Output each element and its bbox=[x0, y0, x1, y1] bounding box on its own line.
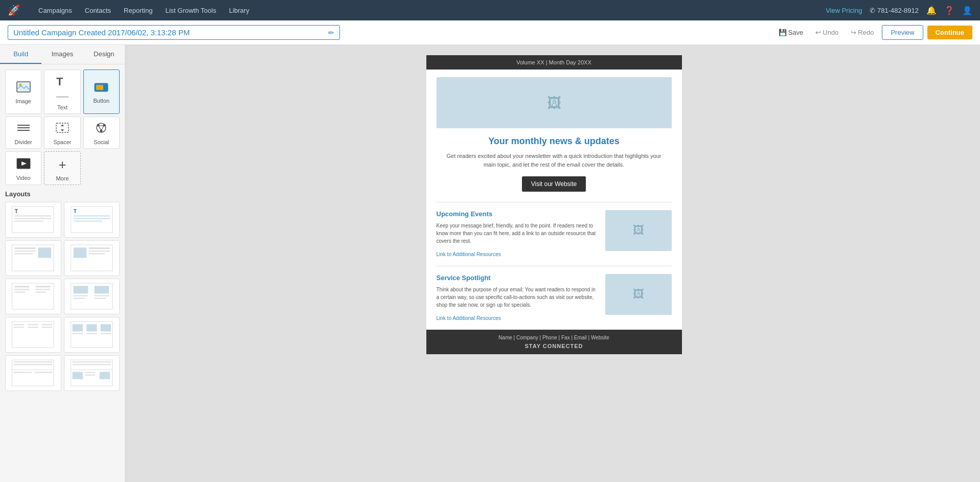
tab-images[interactable]: Images bbox=[41, 45, 83, 64]
email-section-1: Upcoming Events Keep your message brief,… bbox=[426, 202, 682, 266]
svg-rect-21 bbox=[15, 216, 51, 217]
hero-image-placeholder-icon: 🖼 bbox=[547, 95, 561, 111]
layout-item-8[interactable] bbox=[64, 317, 120, 353]
svg-rect-57 bbox=[28, 327, 38, 328]
svg-rect-31 bbox=[15, 251, 36, 252]
svg-rect-54 bbox=[14, 325, 24, 326]
left-panel: Build Images Design Image bbox=[0, 45, 125, 482]
email-footer-social: STAY CONNECTED bbox=[431, 343, 677, 349]
svg-rect-65 bbox=[101, 325, 111, 332]
undo-button[interactable]: ↩ Undo bbox=[811, 27, 842, 38]
divider-element-icon bbox=[16, 122, 31, 136]
email-section-2-link[interactable]: Link to Additional Resources bbox=[437, 315, 501, 321]
svg-rect-77 bbox=[73, 372, 83, 379]
svg-rect-22 bbox=[15, 218, 51, 219]
svg-rect-36 bbox=[89, 248, 110, 249]
svg-rect-64 bbox=[86, 333, 97, 334]
user-icon[interactable]: 👤 bbox=[962, 6, 972, 15]
nav-contacts[interactable]: Contacts bbox=[85, 7, 111, 14]
svg-rect-55 bbox=[14, 327, 24, 328]
svg-rect-27 bbox=[74, 218, 110, 219]
svg-rect-69 bbox=[14, 364, 52, 365]
element-spacer-label: Spacer bbox=[54, 139, 72, 145]
email-body: 🖼 Your monthly news & updates Get reader… bbox=[426, 70, 682, 330]
svg-rect-56 bbox=[28, 325, 38, 326]
element-text[interactable]: T━━━━ Text bbox=[44, 70, 80, 114]
email-section-2-title: Service Spotlight bbox=[437, 274, 598, 282]
preview-button[interactable]: Preview bbox=[882, 25, 923, 40]
nav-library[interactable]: Library bbox=[229, 7, 249, 14]
button-element-icon bbox=[94, 82, 108, 95]
svg-rect-26 bbox=[74, 216, 110, 217]
email-hero: 🖼 Your monthly news & updates Get reader… bbox=[426, 70, 682, 202]
help-icon[interactable]: ❓ bbox=[944, 6, 954, 15]
tab-build[interactable]: Build bbox=[0, 45, 41, 64]
panel-tabs: Build Images Design bbox=[0, 45, 125, 64]
element-social-label: Social bbox=[94, 139, 109, 145]
svg-rect-71 bbox=[14, 372, 32, 373]
redo-button[interactable]: ↪ Redo bbox=[847, 27, 878, 38]
element-divider-label: Divider bbox=[15, 139, 32, 145]
campaign-title-field[interactable]: Untitled Campaign Created 2017/06/02, 3:… bbox=[8, 25, 340, 40]
edit-title-icon[interactable]: ✏ bbox=[328, 29, 334, 37]
bell-icon[interactable]: 🔔 bbox=[926, 6, 937, 15]
email-section-1-body: Keep your message brief, friendly, and t… bbox=[437, 222, 598, 245]
svg-rect-49 bbox=[74, 298, 85, 299]
email-canvas: Volume XX | Month Day 20XX 🖼 Your monthl… bbox=[426, 55, 682, 354]
svg-rect-43 bbox=[36, 286, 51, 288]
email-section-2-text: Service Spotlight Think about the purpos… bbox=[437, 274, 598, 322]
svg-rect-23 bbox=[15, 221, 43, 222]
more-element-icon: + bbox=[58, 157, 66, 173]
nav-campaigns[interactable]: Campaigns bbox=[38, 7, 72, 14]
layout-item-10[interactable] bbox=[64, 355, 120, 391]
continue-button[interactable]: Continue bbox=[927, 26, 972, 39]
layout-item-5[interactable] bbox=[5, 279, 61, 314]
email-section-1-image: 🖼 bbox=[605, 210, 672, 251]
panel-content: Image T━━━━ Text Button bbox=[0, 64, 125, 482]
nav-list-growth[interactable]: List Growth Tools bbox=[165, 7, 216, 14]
svg-rect-48 bbox=[74, 295, 88, 296]
element-divider[interactable]: Divider bbox=[5, 117, 41, 149]
view-pricing-link[interactable]: View Pricing bbox=[826, 7, 862, 14]
title-bar: Untitled Campaign Created 2017/06/02, 3:… bbox=[0, 20, 980, 45]
element-more-label: More bbox=[56, 175, 69, 181]
email-section-1-link[interactable]: Link to Additional Resources bbox=[437, 251, 501, 257]
svg-rect-78 bbox=[85, 372, 95, 373]
save-button[interactable]: 💾 Save bbox=[774, 27, 808, 38]
svg-rect-72 bbox=[35, 372, 53, 373]
element-social[interactable]: Social bbox=[83, 117, 120, 149]
layout-item-1[interactable]: T bbox=[5, 202, 61, 238]
phone-number: ✆ 781-482-8912 bbox=[870, 7, 919, 14]
title-bar-actions: 💾 Save ↩ Undo ↪ Redo Preview Continue bbox=[774, 25, 972, 40]
layout-item-7[interactable] bbox=[5, 317, 61, 353]
campaign-title-text: Untitled Campaign Created 2017/06/02, 3:… bbox=[13, 28, 190, 37]
element-button[interactable]: Button bbox=[83, 70, 120, 114]
layout-grid: T T bbox=[5, 202, 120, 391]
element-grid: Image T━━━━ Text Button bbox=[5, 70, 120, 185]
svg-rect-66 bbox=[101, 333, 111, 334]
svg-text:T: T bbox=[15, 209, 18, 215]
social-element-icon bbox=[94, 122, 108, 136]
nav-reporting[interactable]: Reporting bbox=[124, 7, 152, 14]
layout-item-4[interactable] bbox=[64, 240, 120, 276]
email-cta-button[interactable]: Visit our Website bbox=[522, 176, 586, 192]
element-spacer[interactable]: Spacer bbox=[44, 117, 80, 149]
email-headline: Your monthly news & updates bbox=[437, 136, 672, 147]
svg-rect-19 bbox=[12, 207, 54, 233]
save-label: Save bbox=[788, 29, 804, 36]
svg-rect-30 bbox=[15, 248, 36, 249]
element-image[interactable]: Image bbox=[5, 70, 41, 114]
element-video[interactable]: Video bbox=[5, 151, 41, 185]
layout-item-3[interactable] bbox=[5, 240, 61, 276]
layout-item-2[interactable]: T bbox=[64, 202, 120, 238]
tab-design[interactable]: Design bbox=[83, 45, 125, 64]
svg-rect-59 bbox=[42, 327, 52, 328]
redo-label: Redo bbox=[858, 29, 874, 36]
svg-rect-52 bbox=[94, 298, 105, 299]
element-image-label: Image bbox=[15, 98, 31, 104]
layout-item-6[interactable] bbox=[64, 279, 120, 314]
svg-rect-61 bbox=[73, 325, 83, 332]
element-more[interactable]: + More bbox=[44, 151, 80, 185]
layout-item-9[interactable] bbox=[5, 355, 61, 391]
svg-rect-53 bbox=[12, 322, 54, 348]
